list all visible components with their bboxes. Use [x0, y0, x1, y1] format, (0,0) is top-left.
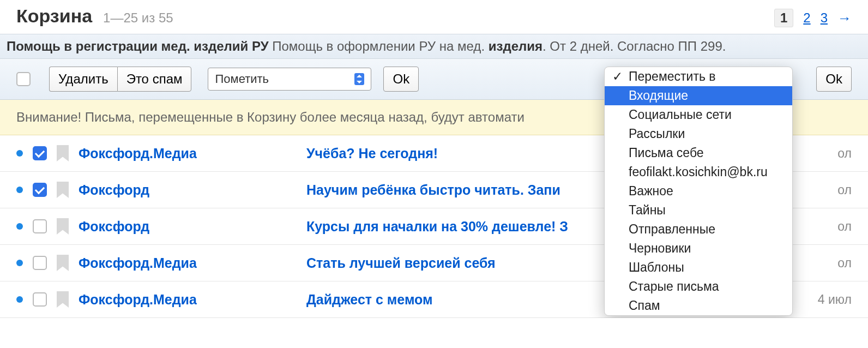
ad-bold-2: изделия [489, 39, 542, 53]
mail-date: ол [837, 219, 852, 234]
mail-sender[interactable]: Фоксфорд [79, 219, 297, 235]
move-dropdown: ✓ Переместить в Входящие Социальные сети… [604, 67, 793, 316]
spam-button[interactable]: Это спам [117, 67, 192, 92]
ad-text-2: . От 2 дней. Согласно ПП 299. [542, 39, 726, 53]
check-icon: ✓ [612, 69, 623, 84]
mail-sender[interactable]: Фоксфорд.Медиа [79, 255, 297, 271]
mark-select-label: Пометить [215, 72, 269, 86]
page-link-2[interactable]: 2 [803, 10, 810, 26]
dropdown-item-old[interactable]: Старые письма [605, 277, 792, 296]
move-ok-button[interactable]: Ok [816, 67, 852, 92]
ad-bold-1: Помощь в регистрации мед. изделий РУ [7, 39, 269, 53]
flag-icon[interactable] [57, 218, 69, 235]
mail-sender[interactable]: Фоксфорд.Медиа [79, 292, 297, 308]
page-link-3[interactable]: 3 [821, 10, 828, 26]
row-checkbox[interactable] [33, 146, 47, 160]
pagination: 1 2 3 → [774, 9, 852, 27]
dropdown-item-important[interactable]: Важное [605, 182, 792, 201]
mail-date: ол [837, 146, 852, 161]
dropdown-item-social[interactable]: Социальные сети [605, 105, 792, 124]
dropdown-item-email[interactable]: feofilakt.kosichkin@bk.ru [605, 163, 792, 182]
dropdown-header-label: Переместить в [629, 69, 716, 83]
ad-banner[interactable]: Помощь в регистрации мед. изделий РУ Пом… [0, 34, 868, 59]
dropdown-item-inbox[interactable]: Входящие [605, 86, 792, 105]
dropdown-item-spam[interactable]: Спам [605, 296, 792, 315]
dropdown-item-secrets[interactable]: Тайны [605, 201, 792, 220]
ad-text-1: Помощь в оформлении РУ на мед. [269, 39, 489, 53]
row-checkbox[interactable] [33, 183, 47, 197]
dropdown-item-newsletters[interactable]: Рассылки [605, 124, 792, 143]
unread-dot-icon [16, 260, 23, 266]
select-arrows-icon [354, 73, 364, 85]
mail-sender[interactable]: Фоксфорд [79, 182, 297, 198]
row-checkbox[interactable] [33, 292, 47, 307]
unread-dot-icon [16, 296, 23, 303]
row-checkbox[interactable] [33, 256, 47, 270]
toolbar: Удалить Это спам Пометить Ok Ok ✓ Переме… [0, 59, 868, 100]
mail-date: ол [837, 256, 852, 271]
flag-icon[interactable] [57, 182, 69, 198]
header-left: Корзина 1—25 из 55 [16, 5, 173, 27]
toolbar-right: Ok ✓ Переместить в Входящие Социальные с… [812, 67, 852, 92]
dropdown-header[interactable]: ✓ Переместить в [605, 67, 792, 86]
dropdown-item-drafts[interactable]: Черновики [605, 239, 792, 258]
page-range: 1—25 из 55 [103, 10, 173, 26]
select-all-checkbox[interactable] [16, 72, 31, 86]
flag-icon[interactable] [57, 145, 69, 161]
header: Корзина 1—25 из 55 1 2 3 → [0, 0, 868, 34]
dropdown-item-templates[interactable]: Шаблоны [605, 258, 792, 277]
mail-sender[interactable]: Фоксфорд.Медиа [79, 146, 297, 161]
flag-icon[interactable] [57, 255, 69, 271]
mail-date: ол [837, 183, 852, 197]
dropdown-item-toself[interactable]: Письма себе [605, 143, 792, 163]
mark-select[interactable]: Пометить [208, 68, 371, 91]
next-page-icon[interactable]: → [837, 10, 852, 27]
dropdown-item-sent[interactable]: Отправленные [605, 220, 792, 239]
mail-date: 4 июл [818, 292, 852, 307]
page-current: 1 [774, 9, 793, 27]
delete-button[interactable]: Удалить [49, 67, 117, 92]
flag-icon[interactable] [57, 291, 69, 308]
unread-dot-icon [16, 150, 23, 157]
unread-dot-icon [16, 223, 23, 230]
unread-dot-icon [16, 187, 23, 193]
row-checkbox[interactable] [33, 219, 47, 233]
mark-ok-button[interactable]: Ok [383, 67, 419, 92]
action-button-group: Удалить Это спам [49, 67, 191, 92]
page-title: Корзина [16, 5, 92, 27]
